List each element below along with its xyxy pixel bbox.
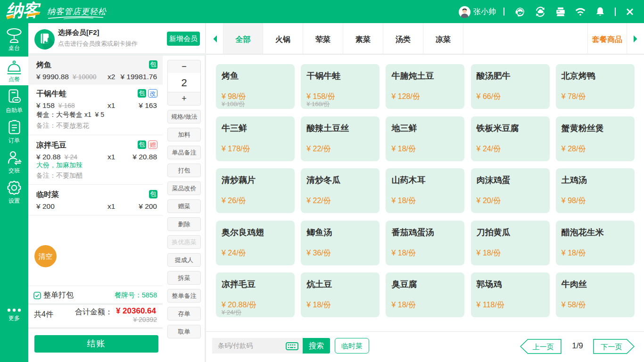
svg-text:上一页: 上一页: [533, 343, 554, 351]
svg-text:下一页: 下一页: [601, 343, 622, 351]
